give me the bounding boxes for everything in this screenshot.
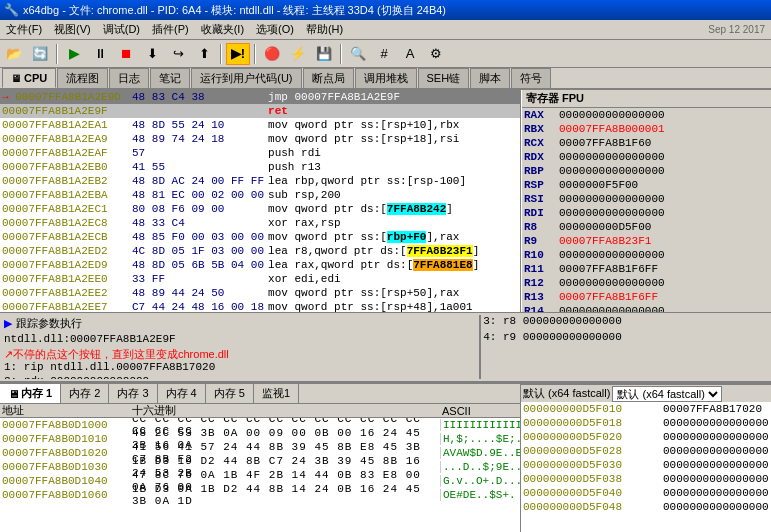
toolbar-search[interactable]: 🔍 xyxy=(346,43,370,65)
main-content: → 00007FFA8B1A2E9D 48 83 C4 38 jmp 00007… xyxy=(0,90,771,312)
tab-seh[interactable]: SEH链 xyxy=(418,68,470,88)
table-row[interactable]: → 00007FFA8B1A2E9D 48 83 C4 38 jmp 00007… xyxy=(0,90,520,104)
reg-value-rsp[interactable]: 0000000F5F00 xyxy=(559,179,769,191)
toolbar-mem-bp[interactable]: 💾 xyxy=(312,43,336,65)
menu-debug[interactable]: 调试(D) xyxy=(97,20,146,39)
table-row[interactable]: 00007FFA8B1A2EB2 48 8D AC 24 00 FF FF le… xyxy=(0,174,520,188)
toolbar-sep-1 xyxy=(56,44,58,64)
memory-tab-4[interactable]: 内存 4 xyxy=(158,384,206,403)
reg-header: 寄存器 FPU xyxy=(522,90,771,108)
disasm-container[interactable]: → 00007FFA8B1A2E9D 48 83 C4 38 jmp 00007… xyxy=(0,90,520,312)
reg-row: RSI 0000000000000000 xyxy=(522,192,771,206)
toolbar-hw-bp[interactable]: ⚡ xyxy=(286,43,310,65)
reg-value-r8[interactable]: 000000000D5F00 xyxy=(559,221,769,233)
reg-value-rdi[interactable]: 0000000000000000 xyxy=(559,207,769,219)
toolbar-open[interactable]: 📂 xyxy=(2,43,26,65)
disasm-addr: 00007FFA8B1A2EBA xyxy=(0,188,130,202)
memory-tab-2[interactable]: 内存 2 xyxy=(61,384,109,403)
tab-symbols[interactable]: 符号 xyxy=(511,68,551,88)
reg-value-r13[interactable]: 00007FFA8B1F6FF xyxy=(559,291,769,303)
toolbar-run-to-user[interactable]: ▶! xyxy=(226,43,250,65)
table-row[interactable]: 00007FFA8B1A2EC8 48 33 C4 xor rax,rsp xyxy=(0,216,520,230)
table-row[interactable]: 00007FFA8B1A2ED2 4C 8D 05 1F 03 00 00 le… xyxy=(0,244,520,258)
reg-name-r11: R11 xyxy=(524,263,559,275)
table-row[interactable]: 00007FFA8B1A2EC1 80 08 F6 09 00 mov qwor… xyxy=(0,202,520,216)
reg-value-r9[interactable]: 00007FFA8B23F1 xyxy=(559,235,769,247)
reg-value-rsi[interactable]: 0000000000000000 xyxy=(559,193,769,205)
reg-value-rbx[interactable]: 00007FFA8B000001 xyxy=(559,123,769,135)
table-row[interactable]: 00007FFA8B1A2EE0 33 FF xor edi,edi xyxy=(0,272,520,286)
table-row[interactable]: 00007FFA8B1A2ED9 48 8D 05 6B 5B 04 00 le… xyxy=(0,258,520,272)
tab-notes[interactable]: 笔记 xyxy=(150,68,190,88)
reg-row: R9 00007FFA8B23F1 xyxy=(522,234,771,248)
right-addr: 000000000D5F040 xyxy=(523,487,663,499)
memory-tab-5[interactable]: 内存 5 xyxy=(206,384,254,403)
reg-value-r11[interactable]: 00007FFA8B1F6FF xyxy=(559,263,769,275)
tab-callstack[interactable]: 调用堆栈 xyxy=(355,68,417,88)
tab-cpu[interactable]: 🖥 CPU xyxy=(2,68,56,88)
menu-help[interactable]: 帮助(H) xyxy=(300,20,349,39)
toolbar-restart[interactable]: 🔄 xyxy=(28,43,52,65)
memory-content[interactable]: 00007FFA8B0D1000 CC CC CC CC CC CC CC CC… xyxy=(0,418,520,532)
tab-script[interactable]: 脚本 xyxy=(470,68,510,88)
reg-value-r10[interactable]: 0000000000000000 xyxy=(559,249,769,261)
toolbar-run[interactable]: ▶ xyxy=(62,43,86,65)
toolbar-refs[interactable]: # xyxy=(372,43,396,65)
menu-file[interactable]: 文件(F) xyxy=(0,20,48,39)
reg-value-rcx[interactable]: 00007FFA8B1F60 xyxy=(559,137,769,149)
toolbar-stop[interactable]: ⏹ xyxy=(114,43,138,65)
memory-tab-3[interactable]: 内存 3 xyxy=(109,384,157,403)
tab-flowgraph[interactable]: 流程图 xyxy=(57,68,108,88)
menu-plugin[interactable]: 插件(P) xyxy=(146,20,195,39)
reg-name-rsp: RSP xyxy=(524,179,559,191)
toolbar-step-over[interactable]: ↪ xyxy=(166,43,190,65)
table-row[interactable]: 00007FFA8B1A2EB0 41 55 push r13 xyxy=(0,160,520,174)
list-item: 000000000D5F028 0000000000000000 xyxy=(521,444,771,458)
menu-options[interactable]: 选项(O) xyxy=(250,20,300,39)
toolbar-step-out[interactable]: ⬆ xyxy=(192,43,216,65)
toolbar-bp[interactable]: 🔴 xyxy=(260,43,284,65)
table-row[interactable]: 00007FFA8B1A2EA1 48 8D 55 24 10 mov qwor… xyxy=(0,118,520,132)
memory-tab-watch[interactable]: 监视1 xyxy=(254,384,299,403)
table-row[interactable]: 00007FFA8B1A2EA9 48 89 74 24 18 mov qwor… xyxy=(0,132,520,146)
toolbar-trace[interactable]: A xyxy=(398,43,422,65)
menu-date: Sep 12 2017 xyxy=(708,24,771,35)
table-row[interactable]: 00007FFA8B1A2ECB 48 85 F0 00 03 00 00 mo… xyxy=(0,230,520,244)
list-item[interactable]: 00007FFA8B0D1060 1B D3 0A 1B D2 44 8B 14… xyxy=(0,488,520,502)
reg-value-rbp[interactable]: 0000000000000000 xyxy=(559,165,769,177)
table-row[interactable]: 00007FFA8B1A2EBA 48 81 EC 00 02 00 00 su… xyxy=(0,188,520,202)
toolbar-pause[interactable]: ⏸ xyxy=(88,43,112,65)
menu-favorites[interactable]: 收藏夹(I) xyxy=(195,20,250,39)
reg-row: RDX 0000000000000000 xyxy=(522,150,771,164)
table-row[interactable]: 00007FFA8B1A2EE7 C7 44 24 48 16 00 18 mo… xyxy=(0,300,520,312)
memory-tabs: 🖥 内存 1 内存 2 内存 3 内存 4 内存 5 监视1 xyxy=(0,384,520,404)
menu-view[interactable]: 视图(V) xyxy=(48,20,97,39)
mem-header-ascii: ASCII xyxy=(440,405,520,417)
reg-value-r12[interactable]: 0000000000000000 xyxy=(559,277,769,289)
tab-breakpoints[interactable]: 断点局 xyxy=(303,68,354,88)
lower-right: 默认 (x64 fastcall) 默认 (x64 fastcall) 0000… xyxy=(521,384,771,532)
disasm-instr: mov qword ptr ss:[rsp+18],rsi xyxy=(266,132,520,146)
tab-run-to-user[interactable]: 运行到用户代码(U) xyxy=(191,68,301,88)
disasm-bytes: 48 33 C4 xyxy=(130,216,266,230)
table-row[interactable]: 00007FFA8B1A2E9F ret xyxy=(0,104,520,118)
reg-value-r14[interactable]: 0000000000000000 xyxy=(559,305,769,312)
lower-right-content[interactable]: 000000000D5F010 00007FFA8B17020 00000000… xyxy=(521,402,771,532)
disasm-instr: sub rsp,200 xyxy=(266,188,520,202)
toolbar-settings[interactable]: ⚙ xyxy=(424,43,448,65)
menu-bar: 文件(F) 视图(V) 调试(D) 插件(P) 收藏夹(I) 选项(O) 帮助(… xyxy=(0,20,771,40)
status-area: ▶ 跟踪参数执行 ntdll.dll:00007FFA8B1A2E9F ↗ 不停… xyxy=(0,312,771,382)
toolbar-step-into[interactable]: ⬇ xyxy=(140,43,164,65)
reg-value-rdx[interactable]: 0000000000000000 xyxy=(559,151,769,163)
reg-row: RCX 00007FFA8B1F60 xyxy=(522,136,771,150)
calling-convention-select[interactable]: 默认 (x64 fastcall) xyxy=(612,386,722,402)
tab-log[interactable]: 日志 xyxy=(109,68,149,88)
table-row[interactable]: 00007FFA8B1A2EE2 48 89 44 24 50 mov qwor… xyxy=(0,286,520,300)
reg-value-rax[interactable]: 0000000000000000 xyxy=(559,109,769,121)
callstack-line-1: 1: rip ntdll.dll.00007FFA8B17020 xyxy=(4,361,477,375)
table-row[interactable]: 00007FFA8B1A2EAF 57 push rdi xyxy=(0,146,520,160)
memory-tab-1[interactable]: 🖥 内存 1 xyxy=(0,384,61,403)
annotation-row: ↗ 不停的点这个按钮，直到这里变成chrome.dll xyxy=(4,347,477,361)
separator-vert xyxy=(479,315,481,379)
status-addr-row: ntdll.dll:00007FFA8B1A2E9F xyxy=(4,331,477,347)
